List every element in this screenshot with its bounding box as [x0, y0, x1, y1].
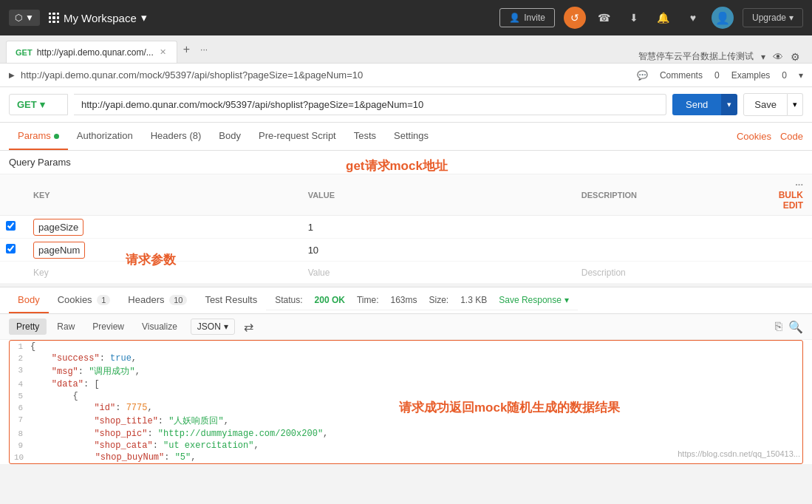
response-status-bar: Status: 200 OK Time: 163ms Size: 1.3 KB …	[266, 290, 578, 310]
download-icon-btn[interactable]: ⬇	[623, 7, 645, 29]
view-tab-pretty[interactable]: Pretty	[9, 319, 47, 335]
save-response-label: Save Response	[499, 295, 562, 305]
save-arrow-button[interactable]: ▾	[788, 93, 803, 116]
request-bar: GET ▾ Send ▾ Save ▾	[0, 87, 812, 123]
authorization-tab-label: Authorization	[77, 130, 133, 141]
copy-icon[interactable]: ⎘	[775, 320, 782, 334]
tab-headers[interactable]: Headers (8)	[142, 123, 211, 150]
code-link[interactable]: Code	[780, 131, 803, 142]
invite-icon: 👤	[509, 13, 520, 23]
response-tab-headers[interactable]: Headers 10	[119, 287, 196, 313]
grid-icon	[49, 13, 59, 23]
comments-count: 0	[714, 70, 720, 81]
code-actions: ⎘ 🔍	[775, 320, 803, 334]
nav-workspace[interactable]: My Workspace ▾	[49, 11, 147, 24]
expand-arrow[interactable]: ▶	[9, 71, 15, 79]
nav-logo[interactable]: ⬡ ▼	[9, 10, 40, 26]
row1-key-cell: pageSize	[24, 216, 299, 239]
examples-label[interactable]: Examples	[731, 70, 771, 81]
row2-checkbox[interactable]	[6, 244, 16, 253]
send-button[interactable]: Send	[672, 94, 721, 115]
tab-item-1[interactable]: GET http://yapi.demo.qunar.com/... ✕	[6, 41, 177, 63]
params-dot	[54, 134, 59, 139]
bulk-edit-button[interactable]: Bulk Edit	[779, 190, 803, 211]
more-dots-icon[interactable]: ···	[795, 179, 803, 190]
tab-authorization[interactable]: Authorization	[68, 123, 142, 150]
save-button[interactable]: Save	[743, 93, 788, 116]
upgrade-button[interactable]: Upgrade ▾	[743, 8, 803, 27]
method-arrow: ▾	[40, 99, 45, 110]
row1-key[interactable]: pageSize	[33, 219, 83, 236]
save-response-button[interactable]: Save Response ▾	[499, 295, 569, 305]
tab-add-button[interactable]: +	[177, 43, 196, 56]
method-label: GET	[17, 99, 37, 110]
examples-arrow[interactable]: ▾	[799, 70, 803, 81]
view-tab-visualize[interactable]: Visualize	[134, 319, 185, 335]
cookies-tab-label: Cookies	[58, 294, 92, 305]
tab-tests[interactable]: Tests	[345, 123, 385, 150]
workspace-arrow-right[interactable]: ▾	[761, 52, 765, 62]
save-response-arrow: ▾	[564, 295, 569, 305]
format-select[interactable]: JSON ▾	[191, 319, 235, 335]
placeholder-value[interactable]: Value	[308, 268, 330, 278]
row2-value-cell[interactable]: 10	[299, 239, 573, 262]
code-view-tabs: Pretty Raw Preview Visualize JSON ▾ ⇄ ⎘ …	[0, 314, 812, 340]
tab-body[interactable]: Body	[210, 123, 250, 150]
tab-close-icon[interactable]: ✕	[158, 47, 168, 57]
query-params-title: Query Params	[0, 151, 812, 174]
code-line: 3 "msg": "调用成功",	[10, 364, 802, 378]
test-results-tab-label: Test Results	[205, 294, 257, 305]
wrap-icon[interactable]: ⇄	[244, 320, 253, 334]
tab-params[interactable]: Params	[9, 123, 68, 150]
search-icon[interactable]: 🔍	[788, 320, 803, 334]
row2-key[interactable]: pageNum	[33, 242, 85, 259]
send-arrow-button[interactable]: ▾	[721, 94, 737, 115]
method-select[interactable]: GET ▾	[9, 94, 68, 115]
headers-tab-label2: Headers	[128, 294, 164, 305]
avatar-button[interactable]: 👤	[712, 7, 734, 29]
upgrade-arrow: ▾	[789, 13, 794, 23]
response-tab-test-results[interactable]: Test Results	[196, 287, 266, 313]
code-line: 1 {	[10, 341, 802, 353]
heart-icon-btn[interactable]: ♥	[682, 7, 704, 29]
row1-actions-cell	[770, 216, 812, 239]
code-line: 5 {	[10, 390, 802, 402]
tab-url-label: http://yapi.demo.qunar.com/...	[37, 47, 154, 58]
params-table: KEY VALUE DESCRIPTION ··· Bulk Edit page…	[0, 174, 812, 284]
tab-more-button[interactable]: ···	[196, 44, 212, 55]
invite-button[interactable]: 👤 Invite	[499, 8, 555, 27]
row2-actions-cell	[770, 239, 812, 262]
cookies-link[interactable]: Cookies	[737, 131, 771, 142]
top-nav: ⬡ ▼ My Workspace ▾ 👤 Invite ↺ ☎ ⬇ 🔔 ♥ 👤	[0, 0, 812, 35]
response-tab-cookies[interactable]: Cookies 1	[49, 287, 120, 313]
status-label: Status:	[275, 295, 302, 305]
placeholder-key-cell: Key	[24, 262, 299, 284]
placeholder-checkbox-cell	[0, 262, 24, 284]
phone-icon-btn[interactable]: ☎	[593, 7, 615, 29]
comments-label[interactable]: Comments	[660, 70, 703, 81]
refresh-button[interactable]: ↺	[564, 7, 586, 29]
logo-arrow: ▼	[25, 13, 34, 23]
th-checkbox	[0, 174, 24, 216]
url-input[interactable]	[74, 94, 666, 115]
body-tab-label: Body	[18, 294, 40, 305]
placeholder-key[interactable]: Key	[33, 268, 49, 278]
tab-method-label: GET	[16, 48, 33, 57]
view-tab-raw[interactable]: Raw	[50, 319, 82, 335]
response-tab-body[interactable]: Body	[9, 287, 49, 313]
tab-settings[interactable]: Settings	[385, 123, 437, 150]
eye-icon[interactable]: 👁	[773, 51, 783, 63]
format-arrow: ▾	[224, 321, 228, 332]
tab-prerequest[interactable]: Pre-request Script	[250, 123, 345, 150]
settings-icon[interactable]: ⚙	[791, 51, 800, 63]
bell-icon-btn[interactable]: 🔔	[652, 7, 675, 29]
row1-value-cell[interactable]: 1	[299, 216, 573, 239]
query-params-section: Query Params KEY VALUE DESCRIPTION ··· B…	[0, 151, 812, 284]
placeholder-value-cell: Value	[299, 262, 573, 284]
upgrade-label: Upgrade	[752, 13, 786, 23]
view-tab-preview[interactable]: Preview	[85, 319, 132, 335]
row1-checkbox[interactable]	[6, 221, 16, 231]
headers-tab-label: Headers (8)	[151, 130, 202, 141]
row1-desc-cell	[573, 216, 770, 239]
examples-count: 0	[782, 70, 787, 81]
